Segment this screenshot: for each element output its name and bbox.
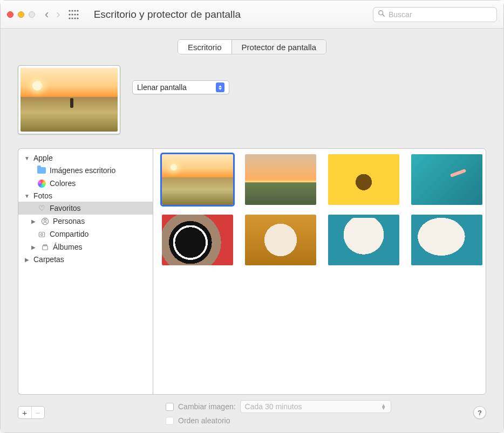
current-desktop-preview <box>18 65 120 134</box>
svg-point-17 <box>40 233 43 236</box>
back-button[interactable]: ‹ <box>45 8 49 22</box>
change-interval-value: Cada 30 minutos <box>245 402 302 411</box>
sidebar-label: Favoritos <box>50 204 81 212</box>
nav-buttons: ‹ › <box>45 8 60 22</box>
svg-line-13 <box>383 15 384 16</box>
sidebar-group-apple[interactable]: ▼ Apple <box>18 152 153 164</box>
colorwheel-icon <box>37 178 46 188</box>
svg-point-2 <box>74 10 76 11</box>
svg-rect-19 <box>43 244 47 245</box>
random-order-label: Orden aleatorio <box>178 416 230 425</box>
disclosure-triangle-icon[interactable]: ▼ <box>24 155 30 161</box>
sidebar-label: Fotos <box>33 191 52 200</box>
share-icon <box>37 229 46 239</box>
sidebar-label: Carpetas <box>33 255 64 264</box>
bottom-bar: + − Cambiar imagen: Cada 30 minutos ▲▼ O… <box>18 400 486 425</box>
thumbnail[interactable] <box>162 154 233 205</box>
fit-mode-select[interactable]: Llenar pantalla <box>132 80 229 94</box>
close-window-button[interactable] <box>7 11 13 18</box>
chevron-updown-icon: ▲▼ <box>381 404 386 409</box>
preview-image <box>21 68 118 132</box>
search-field[interactable] <box>373 7 497 22</box>
sidebar-item-colors[interactable]: Colores <box>18 177 153 190</box>
sidebar-label: Colores <box>50 179 76 188</box>
svg-rect-16 <box>39 232 44 236</box>
disclosure-triangle-icon[interactable]: ▼ <box>24 193 30 199</box>
preferences-window: ‹ › Escritorio y protector de pantalla E… <box>0 0 504 433</box>
sidebar-item-albums[interactable]: ▶ Álbumes <box>18 240 153 253</box>
disclosure-triangle-icon[interactable]: ▶ <box>30 244 37 250</box>
thumbnail-pane <box>153 148 486 395</box>
svg-point-11 <box>77 17 78 19</box>
svg-point-7 <box>77 13 78 15</box>
tab-desktop[interactable]: Escritorio <box>178 40 232 54</box>
minimize-window-button[interactable] <box>18 11 24 18</box>
disclosure-triangle-icon[interactable]: ▶ <box>30 218 37 224</box>
show-all-icon[interactable] <box>68 9 79 20</box>
thumbnail[interactable] <box>328 154 399 205</box>
svg-point-6 <box>74 13 76 15</box>
tab-switcher: Escritorio Protector de pantalla <box>178 39 326 54</box>
remove-folder-button: − <box>32 407 45 418</box>
sidebar-label: Álbumes <box>53 243 82 251</box>
chevron-updown-icon <box>216 83 224 92</box>
svg-rect-18 <box>42 245 47 250</box>
random-order-checkbox <box>166 417 174 425</box>
search-icon <box>378 10 385 19</box>
sidebar-label: Compartido <box>50 230 88 238</box>
thumbnail-grid <box>162 154 477 265</box>
svg-point-8 <box>69 17 70 19</box>
help-button[interactable]: ? <box>473 406 486 419</box>
tab-screensaver[interactable]: Protector de pantalla <box>232 40 326 54</box>
thumbnail[interactable] <box>245 215 316 265</box>
content-area: Escritorio Protector de pantalla Llenar … <box>1 29 503 432</box>
change-interval-select: Cada 30 minutos ▲▼ <box>240 400 391 413</box>
thumbnail[interactable] <box>245 154 316 205</box>
sidebar-label: Apple <box>33 154 53 162</box>
svg-point-0 <box>69 10 70 11</box>
search-input[interactable] <box>389 10 492 19</box>
disclosure-triangle-icon[interactable]: ▶ <box>24 257 30 263</box>
change-picture-label: Cambiar imagen: <box>178 402 236 411</box>
add-remove-control: + − <box>18 406 45 419</box>
sidebar-item-people[interactable]: ▶ Personas <box>18 215 153 228</box>
person-icon <box>40 216 50 226</box>
svg-point-5 <box>71 13 73 15</box>
window-title: Escritorio y protector de pantalla <box>94 9 241 20</box>
heart-icon: ♡ <box>37 203 46 213</box>
sidebar-item-desktop-pictures[interactable]: Imágenes escritorio <box>18 164 153 177</box>
sidebar-label: Imágenes escritorio <box>50 166 115 175</box>
sidebar-group-photos[interactable]: ▼ Fotos <box>18 190 153 202</box>
svg-point-10 <box>74 17 76 19</box>
sidebar-group-folders[interactable]: ▶ Carpetas <box>18 253 153 265</box>
source-sidebar: ▼ Apple Imágenes escritorio Colores ▼ Fo… <box>18 148 153 395</box>
sidebar-label: Personas <box>53 217 85 225</box>
change-picture-controls: Cambiar imagen: Cada 30 minutos ▲▼ Orden… <box>166 400 391 425</box>
thumbnail[interactable] <box>162 215 233 265</box>
thumbnail[interactable] <box>328 215 399 265</box>
svg-point-9 <box>71 17 73 19</box>
sidebar-item-shared[interactable]: Compartido <box>18 228 153 240</box>
zoom-window-button <box>29 11 35 18</box>
fit-mode-value: Llenar pantalla <box>137 83 187 92</box>
window-controls <box>7 11 35 18</box>
change-picture-checkbox[interactable] <box>166 403 174 411</box>
svg-point-4 <box>69 13 70 15</box>
thumbnail[interactable] <box>411 154 482 205</box>
sidebar-item-favorites[interactable]: ♡ Favoritos <box>18 202 153 215</box>
svg-point-15 <box>44 219 46 221</box>
svg-point-3 <box>77 10 78 11</box>
titlebar: ‹ › Escritorio y protector de pantalla <box>1 1 503 29</box>
preview-row: Llenar pantalla <box>18 65 486 134</box>
albums-icon <box>40 242 50 252</box>
thumbnail[interactable] <box>411 215 482 265</box>
split-view: ▼ Apple Imágenes escritorio Colores ▼ Fo… <box>18 148 486 395</box>
add-folder-button[interactable]: + <box>18 407 32 418</box>
svg-point-1 <box>71 10 73 11</box>
forward-button: › <box>56 8 60 22</box>
folder-icon <box>37 166 46 175</box>
